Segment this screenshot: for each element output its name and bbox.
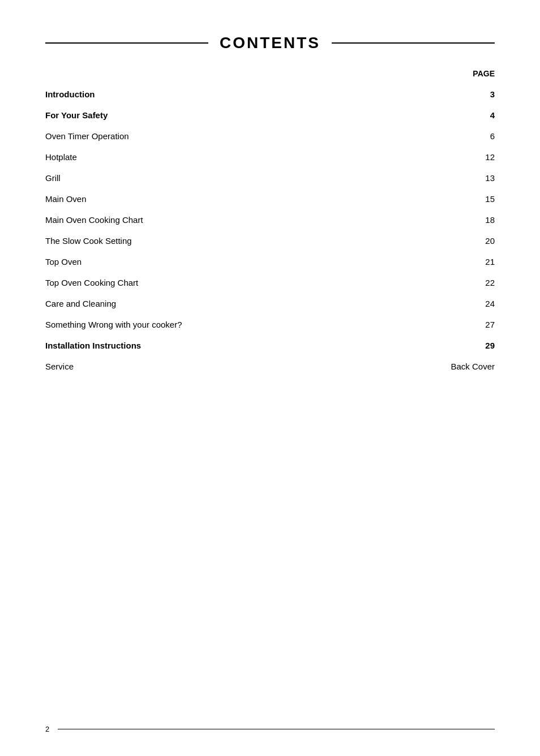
toc-label-introduction: Introduction	[45, 84, 385, 105]
toc-label-service: Service	[45, 356, 385, 377]
contents-header: CONTENTS	[45, 34, 495, 52]
toc-row-grill[interactable]: Grill13	[45, 167, 495, 188]
toc-label-main-oven-cooking-chart: Main Oven Cooking Chart	[45, 209, 385, 230]
toc-row-slow-cook-setting[interactable]: The Slow Cook Setting20	[45, 230, 495, 251]
toc-row-something-wrong[interactable]: Something Wrong with your cooker?27	[45, 314, 495, 335]
toc-page-grill: 13	[385, 167, 495, 188]
header-line-right	[332, 42, 495, 44]
toc-label-top-oven-cooking-chart: Top Oven Cooking Chart	[45, 272, 385, 293]
toc-label-slow-cook-setting: The Slow Cook Setting	[45, 230, 385, 251]
toc-label-for-your-safety: For Your Safety	[45, 105, 385, 126]
toc-page-care-and-cleaning: 24	[385, 293, 495, 314]
toc-page-service: Back Cover	[385, 356, 495, 377]
toc-label-main-oven: Main Oven	[45, 188, 385, 209]
toc-page-something-wrong: 27	[385, 314, 495, 335]
page: CONTENTS PAGE Introduction3For Your Safe…	[0, 0, 540, 756]
toc-page-for-your-safety: 4	[385, 105, 495, 126]
header-line-left	[45, 42, 208, 44]
toc-label-grill: Grill	[45, 167, 385, 188]
toc-row-care-and-cleaning[interactable]: Care and Cleaning24	[45, 293, 495, 314]
toc-page-main-oven-cooking-chart: 18	[385, 209, 495, 230]
toc-row-for-your-safety[interactable]: For Your Safety4	[45, 105, 495, 126]
toc-row-service[interactable]: ServiceBack Cover	[45, 356, 495, 377]
toc-row-main-oven-cooking-chart[interactable]: Main Oven Cooking Chart18	[45, 209, 495, 230]
toc-label-hotplate: Hotplate	[45, 147, 385, 167]
toc-page-installation-instructions: 29	[385, 335, 495, 356]
toc-page-hotplate: 12	[385, 147, 495, 167]
toc-page-top-oven-cooking-chart: 22	[385, 272, 495, 293]
toc-label-installation-instructions: Installation Instructions	[45, 335, 385, 356]
page-column-header: PAGE	[45, 69, 495, 78]
toc-label-top-oven: Top Oven	[45, 251, 385, 272]
toc-row-introduction[interactable]: Introduction3	[45, 84, 495, 105]
toc-row-hotplate[interactable]: Hotplate12	[45, 147, 495, 167]
footer: 2	[45, 725, 495, 733]
toc-label-oven-timer-operation: Oven Timer Operation	[45, 126, 385, 147]
toc-row-main-oven[interactable]: Main Oven15	[45, 188, 495, 209]
toc-row-top-oven-cooking-chart[interactable]: Top Oven Cooking Chart22	[45, 272, 495, 293]
toc-row-installation-instructions[interactable]: Installation Instructions29	[45, 335, 495, 356]
toc-page-slow-cook-setting: 20	[385, 230, 495, 251]
toc-page-main-oven: 15	[385, 188, 495, 209]
toc-page-oven-timer-operation: 6	[385, 126, 495, 147]
toc-page-introduction: 3	[385, 84, 495, 105]
toc-row-oven-timer-operation[interactable]: Oven Timer Operation6	[45, 126, 495, 147]
toc-page-top-oven: 21	[385, 251, 495, 272]
footer-line	[58, 729, 495, 730]
page-title: CONTENTS	[220, 34, 320, 52]
toc-label-care-and-cleaning: Care and Cleaning	[45, 293, 385, 314]
toc-row-top-oven[interactable]: Top Oven21	[45, 251, 495, 272]
toc-table: Introduction3For Your Safety4Oven Timer …	[45, 84, 495, 377]
toc-label-something-wrong: Something Wrong with your cooker?	[45, 314, 385, 335]
footer-page-number: 2	[45, 725, 49, 733]
